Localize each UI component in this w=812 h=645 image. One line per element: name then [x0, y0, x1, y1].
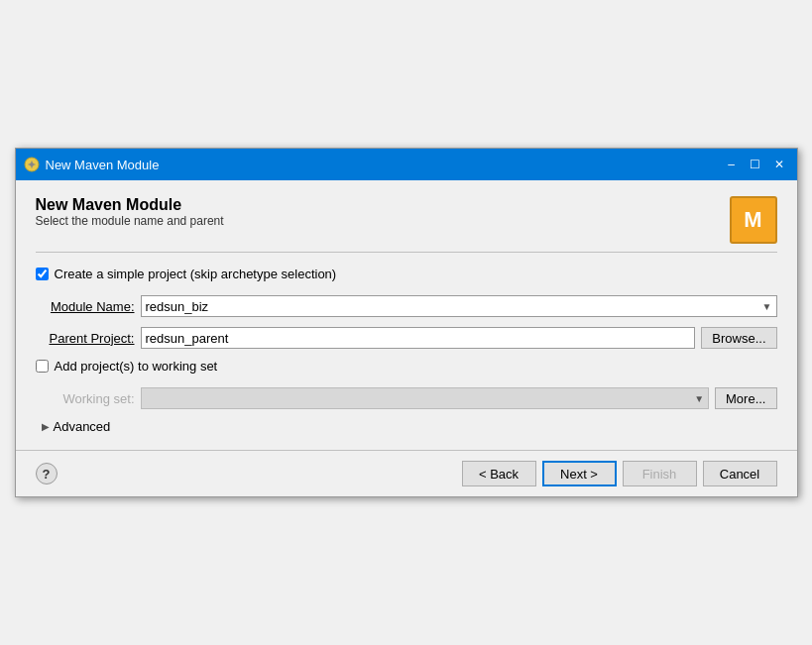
title-bar-controls: – ☐ ✕ — [722, 155, 789, 174]
module-name-arrow: ▼ — [762, 301, 772, 312]
close-button[interactable]: ✕ — [769, 155, 789, 174]
working-set-arrow: ▼ — [694, 393, 704, 404]
working-set-checkbox-row: Add project(s) to working set — [36, 359, 777, 374]
module-name-row: Module Name: redsun_biz ▼ — [36, 295, 777, 317]
footer-left: ? — [36, 463, 58, 484]
minimize-button[interactable]: – — [722, 155, 742, 174]
advanced-row[interactable]: ▶ Advanced — [42, 419, 777, 434]
cancel-button[interactable]: Cancel — [703, 461, 777, 486]
module-name-value: redsun_biz — [146, 299, 209, 314]
help-button[interactable]: ? — [36, 463, 58, 484]
page-header-text: New Maven Module Select the module name … — [36, 196, 224, 240]
window-title: New Maven Module — [46, 158, 160, 172]
parent-project-label: Parent Project: — [36, 331, 135, 346]
main-window: New Maven Module – ☐ ✕ New Maven Module … — [15, 148, 798, 497]
working-set-row: Working set: ▼ More... — [36, 387, 777, 409]
separator — [36, 252, 777, 253]
advanced-label: Advanced — [54, 419, 111, 434]
dialog-footer: ? < Back Next > Finish Cancel — [16, 450, 797, 496]
back-button[interactable]: < Back — [462, 461, 536, 486]
working-set-checkbox[interactable] — [36, 360, 49, 373]
simple-project-label: Create a simple project (skip archetype … — [55, 267, 337, 281]
window-icon — [24, 157, 40, 172]
simple-project-row: Create a simple project (skip archetype … — [36, 267, 777, 281]
maven-icon: M — [730, 196, 777, 244]
page-header: New Maven Module Select the module name … — [36, 196, 777, 244]
page-title: New Maven Module — [36, 196, 224, 214]
simple-project-checkbox[interactable] — [36, 268, 49, 280]
finish-button[interactable]: Finish — [623, 461, 697, 486]
page-subtitle: Select the module name and parent — [36, 214, 224, 228]
module-name-label: Module Name: — [36, 299, 135, 314]
module-name-combo[interactable]: redsun_biz ▼ — [141, 295, 777, 317]
footer-right: < Back Next > Finish Cancel — [462, 461, 777, 486]
more-button[interactable]: More... — [715, 387, 776, 409]
advanced-triangle-icon: ▶ — [42, 421, 50, 432]
working-set-label: Add project(s) to working set — [55, 359, 218, 374]
browse-button[interactable]: Browse... — [701, 327, 776, 349]
working-set-field-label: Working set: — [36, 391, 135, 406]
next-button[interactable]: Next > — [542, 461, 617, 486]
maximize-button[interactable]: ☐ — [746, 155, 765, 174]
dialog-content: New Maven Module Select the module name … — [16, 180, 797, 450]
title-bar: New Maven Module – ☐ ✕ — [16, 149, 797, 180]
parent-project-row: Parent Project: Browse... — [36, 327, 777, 349]
parent-project-input[interactable] — [141, 327, 696, 349]
working-set-input: ▼ — [141, 387, 710, 409]
title-bar-left: New Maven Module — [24, 157, 160, 172]
